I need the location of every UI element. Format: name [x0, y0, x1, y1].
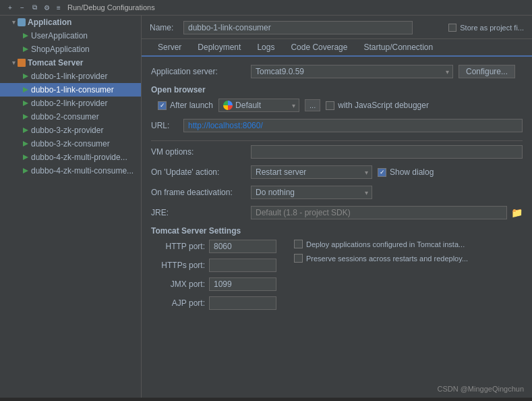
jre-browse-icon[interactable]: 📁	[511, 207, 523, 218]
jre-row: JRE: 📁	[151, 206, 523, 219]
tab-logs[interactable]: Logs	[249, 39, 283, 57]
tomcat-settings-header: Tomcat Server Settings	[151, 226, 523, 236]
tabs-bar: Server Deployment Logs Code Coverage Sta…	[142, 39, 532, 57]
add-icon[interactable]: +	[5, 3, 15, 12]
deploy-apps-label: Deploy applications configured in Tomcat…	[306, 240, 465, 248]
http-port-label: HTTP port:	[151, 242, 205, 251]
on-update-select-wrapper[interactable]: Restart server	[251, 165, 372, 179]
jmx-port-input[interactable]	[209, 277, 276, 291]
sidebar-label: dubbo-3-zk-provider	[31, 126, 103, 135]
on-frame-select[interactable]: Do nothing	[251, 186, 372, 199]
https-port-input[interactable]	[209, 259, 276, 272]
app-server-select-wrapper[interactable]: Tomcat9.0.59	[251, 65, 453, 78]
application-icon	[18, 18, 26, 26]
store-as-project-button[interactable]: Store as project fi...	[448, 24, 524, 32]
sidebar-item-shopapplication[interactable]: ShopApplication	[0, 43, 141, 56]
https-port-label: HTTPs port:	[151, 261, 205, 270]
sidebar-item-dubbo2-provider[interactable]: dubbo-2-link-provider	[0, 97, 141, 110]
http-port-row: HTTP port:	[151, 240, 286, 253]
jmx-port-label: JMX port:	[151, 279, 205, 289]
preserve-sessions-checkbox[interactable]	[294, 254, 303, 263]
chevron-down-icon: ▾	[12, 59, 16, 66]
run-icon	[23, 114, 28, 119]
js-debugger-label: with JavaScript debugger	[338, 101, 429, 110]
ajp-port-input[interactable]	[209, 296, 276, 310]
deploy-apps-checkbox[interactable]	[294, 240, 303, 248]
jmx-port-row: JMX port:	[151, 277, 286, 291]
sidebar-item-dubbo3-zk-consumer[interactable]: dubbo-3-zk-consumer	[0, 137, 141, 151]
sidebar-label: dubbo-2-consumer	[31, 112, 99, 122]
tomcat-ports: HTTP port: HTTPs port: JMX port:	[151, 240, 286, 315]
sidebar-label: dubbo-4-zk-multi-provide...	[31, 153, 127, 162]
js-debugger-checkbox[interactable]	[326, 101, 334, 110]
app-server-row: Application server: Tomcat9.0.59 Configu…	[151, 65, 523, 78]
chrome-icon	[223, 101, 233, 110]
tab-startup-connection[interactable]: Startup/Connection	[355, 39, 441, 57]
run-icon	[23, 168, 28, 173]
sidebar-item-dubbo3-zk-provider[interactable]: dubbo-3-zk-provider	[0, 124, 141, 137]
app-server-select[interactable]: Tomcat9.0.59	[251, 65, 453, 78]
configure-button[interactable]: Configure...	[459, 65, 515, 78]
tomcat-settings: Tomcat Server Settings HTTP port: HTTPs …	[151, 226, 523, 315]
after-launch-checkbox-label[interactable]: ✓ After launch	[158, 101, 213, 110]
tab-code-coverage[interactable]: Code Coverage	[283, 39, 355, 57]
check-icon: ✓	[380, 169, 385, 176]
sidebar-item-dubbo1-consumer[interactable]: dubbo-1-link-consumer	[0, 83, 141, 97]
tab-deployment[interactable]: Deployment	[189, 39, 249, 57]
sidebar-label-selected: dubbo-1-link-consumer	[31, 85, 114, 95]
sidebar-label: dubbo-3-zk-consumer	[31, 139, 110, 149]
sidebar-item-dubbo4-zk-multi-provider[interactable]: dubbo-4-zk-multi-provide...	[0, 151, 141, 164]
sidebar-label: dubbo-2-link-provider	[31, 99, 107, 108]
vm-options-row: VM options:	[151, 145, 523, 159]
tomcat-options: Deploy applications configured in Tomcat…	[294, 240, 523, 268]
after-launch-label: After launch	[170, 101, 213, 110]
show-dialog-checkbox-label[interactable]: ✓ Show dialog	[378, 167, 434, 177]
name-input[interactable]	[183, 21, 413, 34]
ajp-port-label: AJP port:	[151, 298, 205, 308]
title-text: Run/Debug Configurations	[67, 3, 155, 11]
preserve-sessions-row: Preserve sessions across restarts and re…	[294, 254, 523, 263]
url-label: URL:	[151, 121, 178, 130]
sidebar-label: dubbo-4-zk-multi-consume...	[31, 166, 134, 176]
tomcat-row: HTTP port: HTTPs port: JMX port:	[151, 240, 523, 315]
copy-icon[interactable]: ⧉	[30, 3, 39, 12]
on-frame-row: On frame deactivation: Do nothing	[151, 186, 523, 199]
tab-server[interactable]: Server	[150, 39, 189, 57]
after-launch-checkbox[interactable]: ✓	[158, 101, 167, 110]
on-update-select[interactable]: Restart server	[251, 165, 372, 179]
browser-select-wrapper[interactable]: Default	[218, 99, 299, 112]
url-input[interactable]	[183, 119, 523, 132]
toolbar-icons[interactable]: + − ⧉ ⚙ ≡	[5, 3, 63, 12]
sidebar-group-application[interactable]: ▾ Application	[0, 16, 141, 29]
sidebar-item-dubbo2-consumer[interactable]: dubbo-2-consumer	[0, 110, 141, 124]
vm-options-label: VM options:	[151, 147, 245, 157]
browser-row: ✓ After launch Default ... with JavaScri…	[151, 99, 523, 112]
on-update-row: On 'Update' action: Restart server ✓ Sho…	[151, 165, 523, 179]
jre-input[interactable]	[251, 206, 507, 219]
sidebar-group-application-label: Application	[28, 18, 71, 27]
store-as-project-label: Store as project fi...	[460, 24, 524, 32]
sidebar-label: dubbo-1-link-provider	[31, 72, 107, 81]
http-port-input[interactable]	[209, 240, 276, 253]
show-dialog-checkbox[interactable]: ✓	[378, 168, 386, 177]
sidebar-item-userapplication[interactable]: UserApplication	[0, 29, 141, 43]
store-checkbox[interactable]	[448, 24, 456, 32]
sidebar-label-userapplication: UserApplication	[31, 31, 88, 41]
open-browser-header: Open browser	[151, 85, 523, 95]
sidebar-item-dubbo1-provider[interactable]: dubbo-1-link-provider	[0, 70, 141, 83]
name-label: Name:	[150, 23, 177, 32]
run-icon	[23, 101, 28, 106]
settings-icon[interactable]: ⚙	[42, 3, 51, 12]
run-icon	[23, 47, 28, 52]
sidebar-group-tomcat[interactable]: ▾ Tomcat Server	[0, 56, 141, 70]
check-icon: ✓	[160, 102, 165, 109]
content-area: Application server: Tomcat9.0.59 Configu…	[142, 57, 532, 398]
sidebar-item-dubbo4-zk-multi-consumer[interactable]: dubbo-4-zk-multi-consume...	[0, 164, 141, 178]
divider	[151, 140, 523, 141]
vm-options-input[interactable]	[251, 145, 523, 159]
browser-default-label: Default	[235, 101, 261, 110]
on-frame-select-wrapper[interactable]: Do nothing	[251, 186, 372, 199]
remove-icon[interactable]: −	[18, 3, 27, 12]
dots-button[interactable]: ...	[305, 99, 320, 111]
collapse-icon[interactable]: ≡	[54, 3, 63, 12]
